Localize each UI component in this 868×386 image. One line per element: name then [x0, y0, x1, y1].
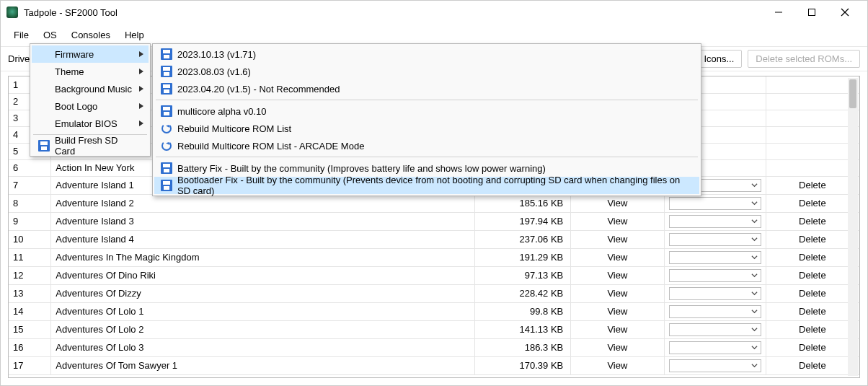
minimize-button[interactable]	[762, 1, 795, 24]
os-menu-item[interactable]: Background Music	[32, 80, 149, 97]
select-cell[interactable]	[664, 284, 766, 302]
os-menu-item[interactable]: Emulator BIOS	[32, 115, 149, 132]
dropdown[interactable]	[669, 251, 761, 264]
select-cell[interactable]	[664, 338, 766, 356]
delete-button[interactable]: Delete	[766, 338, 859, 356]
row-number: 14	[9, 302, 51, 320]
view-button[interactable]: View	[571, 356, 664, 374]
delete-button[interactable]: Delete	[766, 302, 859, 320]
select-cell[interactable]	[664, 356, 766, 374]
maximize-button[interactable]	[795, 1, 828, 24]
dropdown[interactable]	[669, 215, 761, 228]
chevron-down-icon	[751, 360, 758, 371]
row-number: 16	[9, 338, 51, 356]
rom-size: 141.13 KB	[475, 320, 571, 338]
table-row: 11Adventures In The Magic Kingdom191.29 …	[9, 248, 859, 266]
table-row: 16Adventures Of Lolo 3186.3 KBViewDelete	[9, 338, 859, 356]
menu-consoles[interactable]: Consoles	[64, 27, 118, 43]
os-menu-item[interactable]: Firmware	[32, 45, 149, 63]
firmware-menu-item[interactable]: Rebuild Multicore ROM List - ARCADE Mode	[154, 137, 699, 154]
save-icon	[161, 48, 172, 60]
window-title: Tadpole - SF2000 Tool	[24, 7, 762, 18]
chevron-down-icon	[751, 342, 758, 353]
dropdown[interactable]	[669, 341, 761, 354]
delete-button[interactable]: Delete	[766, 194, 859, 212]
firmware-submenu: 2023.10.13 (v1.71)2023.08.03 (v1.6)2023.…	[152, 43, 701, 196]
rom-size: 185.16 KB	[475, 194, 571, 212]
delete-button[interactable]: Delete	[766, 284, 859, 302]
delete-button[interactable]: Delete	[766, 248, 859, 266]
chevron-down-icon	[751, 180, 758, 190]
rom-name: Adventures In The Magic Kingdom	[51, 248, 475, 266]
view-button[interactable]: View	[571, 248, 664, 266]
delete-roms-button[interactable]: Delete selcted ROMs...	[748, 50, 860, 68]
app-icon	[6, 6, 18, 18]
dropdown[interactable]	[669, 359, 761, 372]
table-row: 9Adventure Island 3197.94 KBViewDelete	[9, 212, 859, 230]
select-cell[interactable]	[664, 302, 766, 320]
delete-button	[766, 143, 859, 159]
dropdown[interactable]	[669, 233, 761, 246]
select-cell[interactable]	[664, 212, 766, 230]
chevron-down-icon	[751, 270, 758, 281]
row-number: 11	[9, 248, 51, 266]
rom-size: 99.8 KB	[475, 302, 571, 320]
delete-button[interactable]: Delete	[766, 230, 859, 248]
row-number: 8	[9, 194, 51, 212]
delete-button[interactable]: Delete	[766, 356, 859, 374]
view-button[interactable]: View	[571, 284, 664, 302]
firmware-menu-item[interactable]: 2023.04.20 (v1.5) - Not Recommended	[154, 80, 699, 97]
dropdown[interactable]	[669, 269, 761, 282]
menu-file[interactable]: File	[6, 27, 36, 43]
select-cell[interactable]	[664, 248, 766, 266]
chevron-down-icon	[751, 324, 758, 335]
firmware-menu-item[interactable]: 2023.08.03 (v1.6)	[154, 63, 699, 80]
firmware-menu-item[interactable]: Bootloader Fix - Built by the community …	[154, 177, 699, 194]
select-cell[interactable]	[664, 230, 766, 248]
row-number: 10	[9, 230, 51, 248]
save-icon	[161, 83, 172, 95]
delete-button[interactable]: Delete	[766, 320, 859, 338]
os-menu-item[interactable]: Theme	[32, 63, 149, 80]
rom-name: Adventures Of Dino Riki	[51, 266, 475, 284]
select-cell[interactable]	[664, 194, 766, 212]
os-menu-item[interactable]: Boot Logo	[32, 97, 149, 115]
view-button[interactable]: View	[571, 320, 664, 338]
view-button[interactable]: View	[571, 338, 664, 356]
menu-os[interactable]: OS	[36, 27, 64, 43]
firmware-menu-item[interactable]: Rebuild Multicore ROM List	[154, 120, 699, 137]
close-button[interactable]	[828, 1, 862, 24]
delete-button[interactable]: Delete	[766, 176, 859, 194]
dropdown[interactable]	[669, 305, 761, 318]
chevron-down-icon	[751, 252, 758, 263]
rom-size: 197.94 KB	[475, 212, 571, 230]
view-button[interactable]: View	[571, 230, 664, 248]
menu-help[interactable]: Help	[118, 27, 151, 43]
scrollbar-thumb[interactable]	[849, 79, 856, 108]
row-number: 6	[9, 159, 51, 176]
delete-button[interactable]: Delete	[766, 212, 859, 230]
row-number: 17	[9, 356, 51, 374]
dropdown[interactable]	[669, 323, 761, 336]
rom-size: 170.39 KB	[475, 356, 571, 374]
save-icon	[161, 162, 172, 174]
menu-build-fresh-sd[interactable]: Build Fresh SD Card	[32, 137, 149, 154]
table-row: 10Adventure Island 4237.06 KBViewDelete	[9, 230, 859, 248]
view-button[interactable]: View	[571, 194, 664, 212]
dropdown[interactable]	[669, 287, 761, 300]
delete-button[interactable]: Delete	[766, 266, 859, 284]
view-button[interactable]: View	[571, 212, 664, 230]
dropdown[interactable]	[669, 197, 761, 210]
rom-name: Adventure Island 3	[51, 212, 475, 230]
select-cell[interactable]	[664, 320, 766, 338]
rom-name: Adventures Of Lolo 1	[51, 302, 475, 320]
delete-button	[766, 93, 859, 110]
firmware-menu-item[interactable]: multicore alpha v0.10	[154, 102, 699, 120]
chevron-down-icon	[751, 234, 758, 245]
view-button[interactable]: View	[571, 302, 664, 320]
chevron-down-icon	[751, 198, 758, 209]
firmware-menu-item[interactable]: 2023.10.13 (v1.71)	[154, 45, 699, 63]
select-cell[interactable]	[664, 266, 766, 284]
view-button[interactable]: View	[571, 266, 664, 284]
vertical-scrollbar[interactable]	[848, 78, 858, 376]
